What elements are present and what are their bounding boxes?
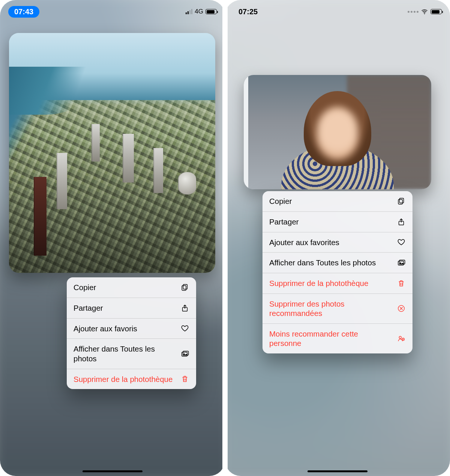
- screenshot-left: 07:43 4G Copier Partager Ajouter aux fav…: [0, 0, 225, 476]
- menu-item-remove-from-featured[interactable]: Supprimer des photos recommandées: [262, 293, 412, 323]
- remove-circle-icon: [397, 304, 406, 313]
- menu-item-label: Ajouter aux favoris: [74, 324, 180, 334]
- menu-item-share[interactable]: Partager: [262, 211, 412, 232]
- heart-icon: [180, 324, 189, 332]
- share-icon: [397, 218, 406, 226]
- copy-icon: [180, 283, 189, 292]
- battery-icon: [206, 9, 217, 14]
- cellular-signal-icon: [186, 9, 192, 14]
- photo-thumbnail-city: [9, 33, 215, 273]
- menu-item-share[interactable]: Partager: [67, 298, 196, 318]
- home-indicator[interactable]: [82, 470, 142, 472]
- location-dots-icon: [408, 11, 418, 13]
- status-bar: 07:43 4G: [0, 0, 225, 21]
- status-indicators: [408, 8, 442, 15]
- menu-item-label: Supprimer de la photothèque: [74, 374, 180, 384]
- menu-item-copy[interactable]: Copier: [67, 277, 196, 298]
- photos-icon: [397, 259, 406, 267]
- menu-item-label: Moins recommander cette personne: [269, 329, 397, 348]
- network-type: 4G: [195, 8, 203, 15]
- svg-point-9: [424, 13, 425, 14]
- context-menu: Copier Partager Ajouter aux favorites Af…: [262, 191, 412, 353]
- menu-item-label: Partager: [269, 217, 397, 227]
- menu-item-delete-library[interactable]: Supprimer de la photothèque: [67, 369, 196, 389]
- photo-preview[interactable]: [9, 33, 215, 273]
- menu-item-label: Copier: [74, 283, 180, 292]
- context-menu: Copier Partager Ajouter aux favoris Affi…: [67, 277, 196, 389]
- photo-thumbnail-person: [244, 75, 431, 189]
- copy-icon: [397, 197, 406, 205]
- menu-item-feature-person-less[interactable]: Moins recommander cette personne: [262, 323, 412, 353]
- status-time-pill: 07:43: [8, 6, 39, 18]
- share-icon: [180, 304, 189, 312]
- menu-item-label: Afficher dans Toutes les photos: [269, 258, 397, 268]
- menu-item-show-all-photos[interactable]: Afficher dans Toutes les photos: [262, 252, 412, 273]
- status-indicators: 4G: [186, 8, 217, 15]
- photos-icon: [180, 350, 189, 358]
- trash-icon: [397, 279, 406, 287]
- screenshot-right: 07:25 Copier Partager Ajouter aux fav: [225, 0, 450, 476]
- menu-item-label: Ajouter aux favorites: [269, 238, 397, 247]
- menu-item-label: Copier: [269, 196, 397, 206]
- status-bar: 07:25: [225, 0, 450, 21]
- menu-item-favorite[interactable]: Ajouter aux favoris: [67, 318, 196, 339]
- menu-item-favorite[interactable]: Ajouter aux favorites: [262, 232, 412, 253]
- menu-item-show-all-photos[interactable]: Afficher dans Toutes les photos: [67, 338, 196, 368]
- menu-item-label: Partager: [74, 303, 180, 313]
- home-indicator[interactable]: [308, 470, 368, 472]
- person-fewer-icon: [397, 334, 406, 343]
- menu-item-label: Supprimer de la photothèque: [269, 278, 397, 288]
- menu-item-label: Afficher dans Toutes les photos: [74, 344, 180, 363]
- wifi-icon: [421, 8, 428, 15]
- menu-item-delete-library[interactable]: Supprimer de la photothèque: [262, 273, 412, 293]
- battery-icon: [430, 9, 442, 14]
- status-time: 07:25: [233, 7, 258, 16]
- menu-item-copy[interactable]: Copier: [262, 191, 412, 211]
- menu-item-label: Supprimer des photos recommandées: [269, 299, 397, 318]
- trash-icon: [180, 375, 189, 383]
- heart-icon: [397, 238, 406, 246]
- photo-preview[interactable]: [244, 75, 431, 189]
